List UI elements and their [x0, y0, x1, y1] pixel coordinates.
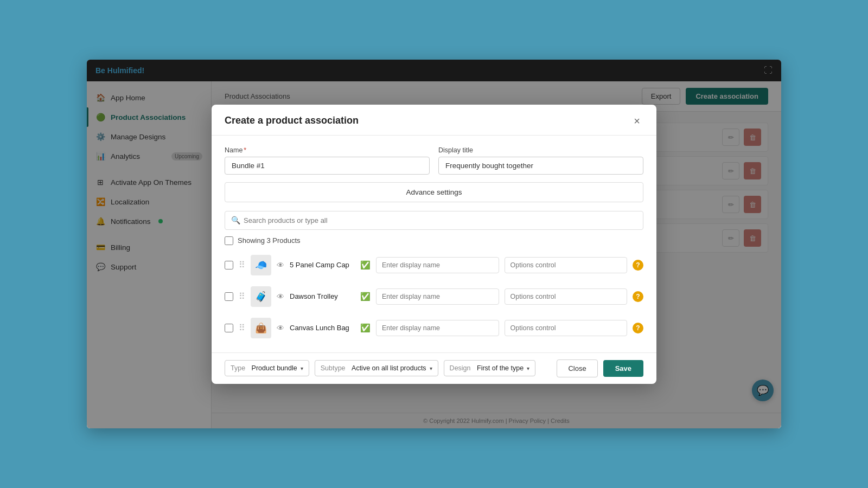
product-thumb-1: 🧢	[251, 255, 271, 275]
name-input[interactable]	[225, 157, 430, 175]
type-prefix: Type	[231, 364, 245, 372]
product-checkbox-2[interactable]	[225, 292, 233, 301]
showing-row: Showing 3 Products	[225, 236, 643, 245]
options-input-1[interactable]	[505, 257, 628, 273]
product-list: ⠿ 🧢 👁 5 Panel Camp Cap ✅ ? ⠿ 🧳	[225, 252, 643, 342]
verified-icon-1: ✅	[360, 260, 371, 270]
design-dropdown[interactable]: Design First of the type ▾	[444, 360, 536, 376]
product-row-3: ⠿ 👜 👁 Canvas Lunch Bag ✅ ?	[225, 314, 643, 342]
search-icon: 🔍	[231, 216, 240, 224]
product-thumb-2: 🧳	[251, 286, 271, 307]
verified-icon-3: ✅	[360, 323, 371, 333]
subtype-prefix: Subtype	[321, 364, 346, 372]
verified-icon-2: ✅	[360, 292, 371, 301]
form-group-display-title: Display title	[438, 146, 643, 175]
advance-settings-button[interactable]: Advance settings	[225, 182, 643, 202]
type-value: Product bundle	[252, 364, 297, 372]
options-input-2[interactable]	[505, 288, 628, 305]
display-name-input-3[interactable]	[376, 320, 499, 336]
eye-icon-1[interactable]: 👁	[277, 261, 284, 269]
product-thumb-3: 👜	[251, 318, 271, 338]
subtype-arrow: ▾	[430, 365, 432, 371]
search-input[interactable]	[225, 211, 643, 230]
product-checkbox-1[interactable]	[225, 261, 233, 269]
eye-icon-2[interactable]: 👁	[277, 292, 284, 301]
product-row-1: ⠿ 🧢 👁 5 Panel Camp Cap ✅ ?	[225, 252, 643, 279]
design-arrow: ▾	[527, 365, 529, 371]
design-value: First of the type	[477, 364, 524, 372]
drag-handle-1[interactable]: ⠿	[239, 260, 245, 270]
form-row-name: Name* Display title	[225, 146, 643, 175]
eye-icon-3[interactable]: 👁	[277, 324, 284, 332]
help-icon-1[interactable]: ?	[633, 260, 643, 271]
save-button[interactable]: Save	[603, 360, 643, 377]
help-icon-3[interactable]: ?	[633, 323, 643, 333]
display-name-input-1[interactable]	[376, 257, 499, 273]
type-dropdown[interactable]: Type Product bundle ▾	[225, 360, 309, 376]
close-button[interactable]: Close	[557, 359, 597, 377]
modal-footer: Type Product bundle ▾ Subtype Active on …	[212, 352, 656, 384]
search-box: 🔍	[225, 211, 643, 230]
form-group-name: Name*	[225, 146, 430, 175]
design-prefix: Design	[450, 364, 471, 372]
help-icon-2[interactable]: ?	[633, 291, 643, 302]
modal-create-association: Create a product association × Name* Dis…	[212, 105, 656, 384]
display-name-input-2[interactable]	[376, 288, 499, 305]
product-name-3: Canvas Lunch Bag	[290, 324, 355, 332]
drag-handle-2[interactable]: ⠿	[239, 291, 245, 301]
name-label: Name*	[225, 146, 430, 154]
options-input-3[interactable]	[505, 320, 628, 336]
product-checkbox-3[interactable]	[225, 324, 233, 332]
showing-label: Showing 3 Products	[238, 236, 301, 245]
display-title-input[interactable]	[438, 157, 643, 175]
select-all-checkbox[interactable]	[225, 236, 233, 245]
product-name-2: Dawson Trolley	[290, 292, 355, 300]
product-name-1: 5 Panel Camp Cap	[290, 261, 355, 269]
product-row-2: ⠿ 🧳 👁 Dawson Trolley ✅ ?	[225, 283, 643, 310]
modal-title: Create a product association	[225, 115, 359, 126]
modal-body: Name* Display title Advance settings 🔍	[212, 136, 656, 352]
type-arrow: ▾	[301, 365, 303, 371]
modal-header: Create a product association ×	[212, 105, 656, 136]
subtype-value: Active on all list products	[352, 364, 426, 372]
drag-handle-3[interactable]: ⠿	[239, 323, 245, 333]
modal-overlay: Create a product association × Name* Dis…	[87, 60, 781, 428]
modal-close-button[interactable]: ×	[630, 114, 643, 127]
subtype-dropdown[interactable]: Subtype Active on all list products ▾	[315, 360, 438, 376]
display-title-label: Display title	[438, 146, 643, 154]
app-window: Be Hulmified! ⛶ 🏠 App Home 🟢 Product Ass…	[87, 60, 781, 428]
